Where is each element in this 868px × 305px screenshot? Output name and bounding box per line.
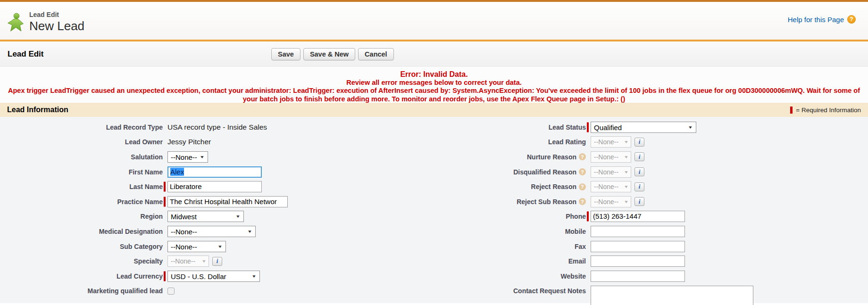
reject-reason-value-cell: --None--▼i	[591, 181, 644, 192]
lead-currency-required-marker	[164, 271, 166, 281]
reject-sub-reason-row: Reject Sub Reason?--None--▼i	[415, 194, 753, 209]
lead-owner-label: Lead Owner	[125, 138, 163, 146]
lead-rating-label-cell: Lead Rating	[415, 138, 586, 146]
mobile-input[interactable]	[591, 226, 685, 237]
marketing-qualified-lead-label: Marketing qualified lead	[88, 287, 163, 295]
practice-name-row: Practice NameThe Christ Hospital Health …	[0, 194, 288, 209]
save-button[interactable]: Save	[271, 48, 300, 60]
phone-label: Phone	[566, 213, 586, 220]
specialty-row: Specialty--None--▼i	[0, 254, 288, 269]
chevron-down-icon: ▼	[624, 183, 629, 190]
sub-category-row: Sub Category--None--▼	[0, 239, 288, 254]
phone-required-marker	[587, 212, 589, 222]
chevron-down-icon: ▼	[624, 168, 629, 175]
specialty-info-icon[interactable]: i	[212, 257, 222, 266]
detail-title-bar: Lead Edit Save Save & New Cancel	[0, 41, 868, 67]
reject-sub-reason-label-cell: Reject Sub Reason?	[415, 198, 586, 206]
reject-sub-reason-help-icon[interactable]: ?	[579, 198, 586, 205]
help-question-icon[interactable]: ?	[847, 15, 856, 24]
reject-reason-info-icon[interactable]: i	[634, 182, 644, 191]
sub-category-value-cell: --None--▼	[167, 241, 226, 252]
medical-designation-label: Medical Designation	[99, 228, 163, 235]
salutation-row: Salutation--None--▼	[0, 149, 288, 165]
chevron-down-icon: ▼	[688, 124, 693, 131]
phone-input[interactable]: (513) 263-1447	[591, 211, 685, 222]
disqualified-reason-label: Disqualified Reason	[513, 168, 576, 176]
detail-title: Lead Edit	[8, 49, 44, 59]
disqualified-reason-select-value: --None--	[594, 168, 618, 176]
lead-status-required-marker	[587, 122, 589, 132]
specialty-select: --None--▼	[167, 256, 209, 267]
contact-request-notes-textarea[interactable]	[591, 286, 753, 305]
nurture-reason-select: --None--▼	[591, 151, 631, 163]
lead-information-form: Lead Record TypeUSA record type - Inside…	[0, 117, 868, 303]
contact-request-notes-row: Contact Request Notes	[415, 284, 753, 305]
reject-reason-help-icon[interactable]: ?	[579, 183, 586, 190]
last-name-input[interactable]: Liberatore	[167, 181, 262, 192]
help-link[interactable]: Help for this Page	[788, 16, 844, 24]
marketing-qualified-lead-value-cell	[167, 288, 175, 295]
marketing-qualified-lead-row: Marketing qualified lead	[0, 284, 288, 299]
lead-status-select[interactable]: Qualified▼	[591, 122, 696, 133]
title-stack: Lead Edit New Lead	[29, 11, 84, 33]
sub-category-select[interactable]: --None--▼	[167, 241, 226, 252]
salutation-select-value: --None--	[171, 153, 197, 161]
phone-value-cell: (513) 263-1447	[591, 211, 685, 222]
salutation-select[interactable]: --None--▼	[167, 151, 208, 163]
lead-currency-label: Lead Currency	[117, 272, 163, 280]
cancel-button[interactable]: Cancel	[358, 48, 394, 60]
region-row: RegionMidwest▼	[0, 209, 288, 224]
contact-request-notes-value-cell	[591, 286, 753, 305]
email-input[interactable]	[591, 256, 685, 267]
reject-reason-select-value: --None--	[594, 183, 618, 190]
reject-sub-reason-info-icon[interactable]: i	[634, 197, 644, 206]
practice-name-input[interactable]: The Christ Hospital Health Networ	[167, 196, 288, 207]
header-title-group: Lead Edit New Lead	[6, 2, 84, 40]
last-name-row: Last NameLiberatore	[0, 179, 288, 194]
nurture-reason-info-icon[interactable]: i	[634, 152, 644, 161]
lead-rating-select-value: --None--	[594, 138, 618, 146]
region-select[interactable]: Midwest▼	[167, 211, 244, 222]
lead-record-type-label-cell: Lead Record Type	[0, 124, 163, 131]
practice-name-label: Practice Name	[117, 198, 163, 206]
required-legend: = Required Information	[790, 107, 861, 114]
website-input[interactable]	[591, 271, 685, 282]
lead-status-label-cell: Lead Status	[415, 124, 586, 131]
disqualified-reason-info-icon[interactable]: i	[634, 167, 644, 176]
lead-status-value-cell: Qualified▼	[591, 122, 696, 133]
medical-designation-select[interactable]: --None--▼	[167, 226, 256, 237]
fax-label: Fax	[575, 243, 586, 250]
medical-designation-row: Medical Designation--None--▼	[0, 224, 288, 239]
marketing-qualified-lead-checkbox[interactable]	[167, 288, 175, 295]
email-value-cell	[591, 256, 685, 267]
required-legend-bar	[790, 107, 793, 114]
lead-status-row: Lead StatusQualified▼	[415, 120, 753, 135]
lead-record-type-row: Lead Record TypeUSA record type - Inside…	[0, 120, 288, 135]
website-label-cell: Website	[415, 272, 586, 280]
disqualified-reason-value-cell: --None--▼i	[591, 166, 644, 178]
website-row: Website	[415, 269, 753, 284]
save-and-new-button[interactable]: Save & New	[303, 48, 355, 60]
lead-currency-select[interactable]: USD - U.S. Dollar▼	[167, 271, 260, 282]
region-select-value: Midwest	[171, 213, 197, 221]
reject-sub-reason-select: --None--▼	[591, 196, 631, 207]
fax-input[interactable]	[591, 241, 685, 252]
first-name-input[interactable]: Alex	[167, 166, 262, 178]
lead-currency-label-cell: Lead Currency	[0, 272, 163, 280]
page-header: Lead Edit New Lead Help for this Page ?	[0, 2, 868, 40]
page-type-label: Lead Edit	[29, 11, 84, 18]
nurture-reason-help-icon[interactable]: ?	[579, 153, 586, 160]
lead-rating-label: Lead Rating	[548, 138, 586, 146]
lead-owner-label-cell: Lead Owner	[0, 138, 163, 146]
chevron-down-icon: ▼	[201, 258, 207, 264]
specialty-label-cell: Specialty	[0, 257, 163, 265]
error-message-block: Error: Invalid Data. Review all error me…	[0, 67, 868, 103]
lead-rating-info-icon[interactable]: i	[634, 138, 644, 147]
nurture-reason-label-cell: Nurture Reason?	[415, 153, 586, 161]
last-name-label-cell: Last Name	[0, 183, 163, 190]
error-subtitle: Review all error messages below to corre…	[0, 79, 868, 87]
lead-rating-value-cell: --None--▼i	[591, 136, 644, 148]
lead-currency-select-value: USD - U.S. Dollar	[171, 272, 226, 280]
lead-icon	[6, 12, 25, 32]
disqualified-reason-help-icon[interactable]: ?	[579, 168, 586, 175]
